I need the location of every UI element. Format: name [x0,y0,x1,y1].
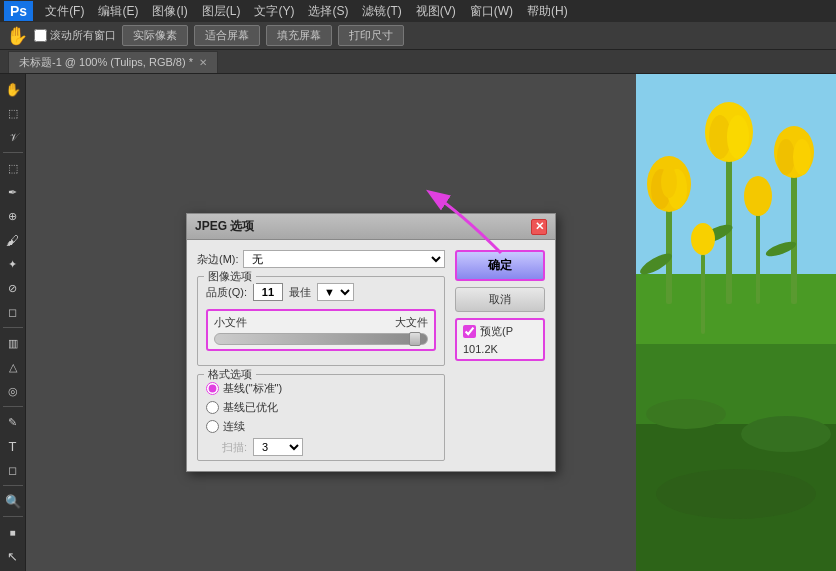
dialog-titlebar: JPEG 选项 ✕ [187,214,555,240]
baseline-optimized-radio[interactable] [206,401,219,414]
tool-separator-4 [3,485,23,486]
brush-tool[interactable]: 🖌 [2,229,24,251]
eraser-tool[interactable]: ◻ [2,301,24,323]
preview-section: 预览(P 101.2K [455,318,545,361]
baseline-optimized-row: 基线已优化 [206,400,436,415]
clone-tool[interactable]: ✦ [2,253,24,275]
quality-input[interactable] [253,283,283,301]
menu-layer[interactable]: 图层(L) [196,1,247,22]
tool-separator-1 [3,152,23,153]
jpeg-dialog: JPEG 选项 ✕ 杂边(M): 无 [186,213,556,472]
menu-window[interactable]: 窗口(W) [464,1,519,22]
baseline-standard-radio[interactable] [206,382,219,395]
eyedropper-tool[interactable]: ✒ [2,181,24,203]
baseline-standard-label: 基线("标准") [223,381,282,396]
baseline-standard-row: 基线("标准") [206,381,436,396]
workspace: ✋ ⬚ 𝒱 ⬚ ✒ ⊕ 🖌 ✦ ⊘ ◻ ▥ △ ◎ ✎ T ◻ 🔍 ■ ↖ [0,74,836,571]
baseline-optimized-label: 基线已优化 [223,400,278,415]
toolbar: ✋ ⬚ 𝒱 ⬚ ✒ ⊕ 🖌 ✦ ⊘ ◻ ▥ △ ◎ ✎ T ◻ 🔍 ■ ↖ [0,74,26,571]
quality-slider-track[interactable] [214,333,428,345]
menu-file[interactable]: 文件(F) [39,1,90,22]
preview-checkbox[interactable] [463,325,476,338]
menu-bar: Ps 文件(F) 编辑(E) 图像(I) 图层(L) 文字(Y) 选择(S) 滤… [0,0,836,22]
scroll-all-checkbox[interactable] [34,29,47,42]
preview-row: 预览(P [463,324,537,339]
move-tool[interactable]: ✋ [2,78,24,100]
dialog-left-panel: 杂边(M): 无 图像选项 品质(Q): [197,250,445,461]
progressive-row: 连续 [206,419,436,434]
dodge-tool[interactable]: ◎ [2,380,24,402]
slider-labels: 小文件 大文件 [214,315,428,330]
print-size-btn[interactable]: 打印尺寸 [338,25,404,46]
hand-tool[interactable]: ↖ [2,545,24,567]
gradient-tool[interactable]: ▥ [2,332,24,354]
quality-dropdown[interactable]: ▼ [317,283,354,301]
lasso-tool[interactable]: 𝒱 [2,126,24,148]
foreground-color[interactable]: ■ [2,521,24,543]
preview-label: 预览(P [480,324,513,339]
blur-tool[interactable]: △ [2,356,24,378]
ok-button[interactable]: 确定 [455,250,545,281]
preview-size: 101.2K [463,343,537,355]
actual-pixels-btn[interactable]: 实际像素 [122,25,188,46]
small-file-label: 小文件 [214,315,247,330]
canvas-area: JPEG 选项 ✕ 杂边(M): 无 [26,74,836,571]
crop-tool[interactable]: ⬚ [2,157,24,179]
dialog-right-panel: 确定 取消 预览(P 101.2K [455,250,545,461]
menu-filter[interactable]: 滤镜(T) [356,1,407,22]
menu-view[interactable]: 视图(V) [410,1,462,22]
fit-screen-btn[interactable]: 适合屏幕 [194,25,260,46]
quality-slider-section: 小文件 大文件 [206,309,436,351]
progressive-radio[interactable] [206,420,219,433]
format-options-legend: 格式选项 [204,367,256,382]
document-tab[interactable]: 未标题-1 @ 100% (Tulips, RGB/8) * ✕ [8,51,218,73]
scan-label: 扫描: [222,440,247,455]
scan-select[interactable]: 3 [253,438,303,456]
menu-edit[interactable]: 编辑(E) [92,1,144,22]
cancel-button[interactable]: 取消 [455,287,545,312]
tab-title: 未标题-1 @ 100% (Tulips, RGB/8) * [19,55,193,70]
dialog-overlay: JPEG 选项 ✕ 杂边(M): 无 [26,74,836,571]
large-file-label: 大文件 [395,315,428,330]
dialog-title: JPEG 选项 [195,218,254,235]
matte-select[interactable]: 无 [243,250,445,268]
ps-logo: Ps [4,1,33,21]
tool-separator-5 [3,516,23,517]
format-options-group: 格式选项 基线("标准") 基线已优化 连续 [197,374,445,461]
text-tool[interactable]: T [2,435,24,457]
scan-row: 扫描: 3 [206,438,436,456]
history-brush-tool[interactable]: ⊘ [2,277,24,299]
quality-slider-thumb[interactable] [409,332,421,346]
selection-tool[interactable]: ⬚ [2,102,24,124]
tab-bar: 未标题-1 @ 100% (Tulips, RGB/8) * ✕ [0,50,836,74]
scroll-all-label[interactable]: 滚动所有窗口 [34,28,116,43]
matte-label: 杂边(M): [197,252,239,267]
progressive-label: 连续 [223,419,245,434]
menu-help[interactable]: 帮助(H) [521,1,574,22]
fill-screen-btn[interactable]: 填充屏幕 [266,25,332,46]
dialog-body: 杂边(M): 无 图像选项 品质(Q): [187,240,555,471]
menu-text[interactable]: 文字(Y) [248,1,300,22]
tool-separator-3 [3,406,23,407]
tool-separator-2 [3,327,23,328]
image-options-legend: 图像选项 [204,269,256,284]
image-options-group: 图像选项 品质(Q): 最佳 ▼ [197,276,445,366]
menu-image[interactable]: 图像(I) [146,1,193,22]
quality-label: 品质(Q): [206,285,247,300]
zoom-tool[interactable]: 🔍 [2,490,24,512]
shape-tool[interactable]: ◻ [2,459,24,481]
tab-close-btn[interactable]: ✕ [199,57,207,68]
matte-row: 杂边(M): 无 [197,250,445,268]
quality-row: 品质(Q): 最佳 ▼ [206,283,436,301]
dialog-close-btn[interactable]: ✕ [531,219,547,235]
options-bar: ✋ 滚动所有窗口 实际像素 适合屏幕 填充屏幕 打印尺寸 [0,22,836,50]
menu-select[interactable]: 选择(S) [302,1,354,22]
quality-best-label: 最佳 [289,285,311,300]
hand-tool-icon: ✋ [6,25,28,47]
heal-tool[interactable]: ⊕ [2,205,24,227]
pen-tool[interactable]: ✎ [2,411,24,433]
